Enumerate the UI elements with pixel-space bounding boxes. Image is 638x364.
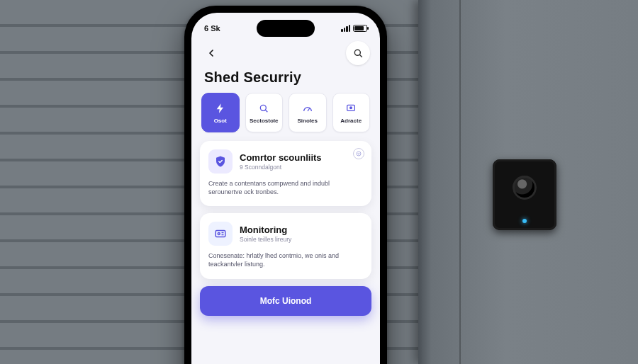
svg-line-4: [308, 108, 310, 111]
signal-icon: [341, 25, 350, 32]
chip-label: Osot: [214, 118, 227, 124]
card-subtitle: 9 Sconndalgont: [240, 164, 322, 171]
cta-label: Mofc Uionod: [260, 296, 312, 306]
chip-label: Sectostole: [250, 118, 278, 124]
shield-check-icon: [208, 149, 233, 174]
search-button[interactable]: [346, 41, 370, 65]
card-body: Create a contentans compwend and indubl …: [208, 179, 363, 196]
chip-label: Sinoles: [298, 118, 318, 124]
card-title: Monitoring: [240, 224, 291, 235]
svg-point-7: [357, 152, 361, 156]
info-button[interactable]: [353, 148, 364, 159]
device-icon: [344, 101, 358, 115]
camera-lens-icon: [513, 176, 537, 200]
card-body: Conesenate: hrlatly lhed contmio, we oni…: [208, 251, 363, 268]
bolt-icon: [213, 101, 228, 115]
battery-icon: [353, 25, 367, 32]
category-chips: Osot Sectostole Sinoles Adracte: [191, 93, 380, 141]
app-screen: 6 Sk Shed Securriy Osot: [191, 13, 380, 364]
nav-bar: [191, 37, 380, 68]
phone-frame: 6 Sk Shed Securriy Osot: [184, 6, 387, 364]
chip-adracte[interactable]: Adracte: [332, 93, 371, 132]
back-button[interactable]: [201, 43, 221, 63]
card-list: Comrtor scounliits 9 Sconndalgont Create…: [191, 141, 380, 279]
status-indicators: [341, 25, 367, 32]
primary-cta-button[interactable]: Mofc Uionod: [200, 286, 371, 316]
search-icon: [352, 47, 364, 59]
svg-point-6: [350, 107, 352, 109]
card-comrtor[interactable]: Comrtor scounliits 9 Sconndalgont Create…: [200, 141, 371, 206]
camera-led-icon: [522, 219, 527, 223]
smile-icon: [356, 151, 362, 157]
chip-osot[interactable]: Osot: [201, 93, 240, 132]
dynamic-island: [257, 20, 315, 37]
id-card-icon: [208, 222, 233, 246]
card-subtitle: Soinle teilles lireury: [240, 236, 291, 243]
card-monitoring[interactable]: Monitoring Soinle teilles lireury Conese…: [200, 213, 371, 278]
chip-sinoles[interactable]: Sinoles: [289, 93, 327, 132]
card-title: Comrtor scounliits: [240, 152, 322, 163]
camera-device: [493, 159, 556, 230]
svg-point-11: [218, 233, 220, 235]
gauge-icon: [301, 101, 315, 115]
clock-label: 6 Sk: [204, 24, 220, 33]
search-small-icon: [257, 101, 271, 115]
chevron-left-icon: [206, 47, 217, 59]
page-title: Shed Securriy: [191, 68, 380, 93]
chip-label: Adracte: [340, 118, 362, 124]
svg-point-2: [261, 105, 267, 110]
svg-line-1: [359, 55, 362, 57]
chip-sectostole[interactable]: Sectostole: [245, 93, 284, 132]
svg-line-3: [266, 110, 268, 112]
